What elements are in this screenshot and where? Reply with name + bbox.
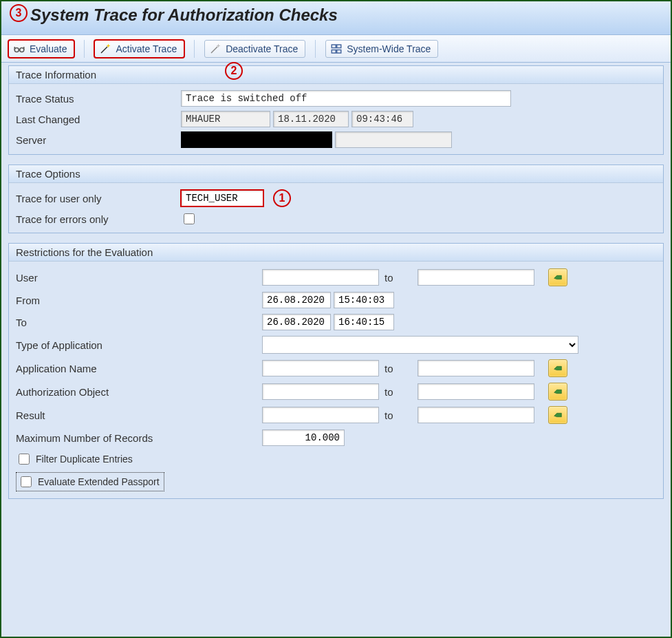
from-time-input[interactable] — [334, 292, 394, 308]
max-records-label: Maximum Number of Records — [16, 432, 257, 444]
annotation-3: 3 — [10, 4, 28, 22]
toolbar-separator — [315, 40, 316, 58]
application-name-to-input[interactable] — [418, 360, 534, 376]
from-date-input[interactable] — [262, 292, 331, 308]
trace-options-group: Trace Options Trace for user only 1 Trac… — [8, 164, 664, 233]
server-label: Server — [16, 134, 181, 146]
svg-rect-2 — [332, 45, 336, 48]
user-label: User — [16, 272, 257, 284]
trace-status-label: Trace Status — [16, 93, 181, 105]
toolbar: Evaluate Activate Trace Deactivate Trace… — [1, 35, 671, 63]
activate-trace-button[interactable]: Activate Trace — [94, 40, 184, 58]
to-range-label: To — [16, 317, 257, 328]
toolbar-separator — [194, 40, 195, 58]
last-changed-date: 18.11.2020 — [273, 111, 349, 127]
result-to-input[interactable] — [418, 407, 534, 423]
evaluate-passport-label: Evaluate Extended Passport — [38, 476, 160, 487]
result-multi-select-button[interactable] — [548, 406, 567, 424]
last-changed-label: Last Changed — [16, 114, 181, 125]
wand-deactivate-icon — [209, 43, 221, 55]
last-changed-time: 09:43:46 — [351, 111, 413, 127]
svg-point-0 — [14, 48, 19, 52]
wand-activate-icon — [99, 43, 111, 55]
app-window: 3 System Trace for Authorization Checks … — [0, 0, 672, 638]
last-changed-user: MHAUER — [181, 111, 270, 127]
result-label: Result — [16, 410, 257, 421]
application-name-multi-select-button[interactable] — [548, 359, 567, 377]
to-label: to — [384, 386, 412, 398]
trace-information-group: Trace Information Trace Status Trace is … — [8, 65, 664, 155]
svg-point-1 — [20, 48, 24, 52]
page-title: System Trace for Authorization Checks — [12, 6, 660, 25]
max-records-input[interactable] — [262, 429, 345, 446]
to-date-input[interactable] — [262, 314, 331, 330]
filter-duplicate-checkbox[interactable] — [19, 454, 30, 465]
system-wide-trace-label: System-Wide Trace — [347, 43, 431, 54]
deactivate-trace-button[interactable]: Deactivate Trace — [204, 40, 305, 58]
from-label: From — [16, 295, 257, 306]
authorization-object-multi-select-button[interactable] — [548, 383, 567, 401]
annotation-1: 1 — [273, 189, 291, 207]
application-name-label: Application Name — [16, 363, 257, 374]
trace-user-only-input[interactable] — [181, 190, 263, 206]
server-value-extra — [335, 131, 452, 148]
activate-trace-label: Activate Trace — [116, 43, 177, 54]
to-time-input[interactable] — [334, 314, 394, 330]
content-area: Trace Information Trace Status Trace is … — [1, 63, 671, 637]
evaluate-passport-focus: Evaluate Extended Passport — [16, 472, 164, 491]
user-to-input[interactable] — [418, 269, 534, 286]
restrictions-header: Restrictions for the Evaluation — [9, 244, 663, 262]
filter-duplicate-label: Filter Duplicate Entries — [36, 454, 133, 465]
deactivate-trace-label: Deactivate Trace — [226, 43, 298, 54]
servers-icon — [330, 43, 343, 55]
system-wide-trace-button[interactable]: System-Wide Trace — [325, 40, 438, 58]
to-label: to — [384, 272, 412, 284]
trace-user-only-label: Trace for user only — [16, 193, 181, 204]
authorization-object-label: Authorization Object — [16, 386, 257, 398]
title-bar: 3 System Trace for Authorization Checks — [1, 1, 671, 35]
to-label: to — [384, 410, 412, 421]
type-of-application-select[interactable] — [262, 336, 578, 354]
evaluate-passport-checkbox[interactable] — [21, 476, 32, 487]
evaluate-label: Evaluate — [30, 43, 67, 54]
user-multi-select-button[interactable] — [548, 268, 567, 286]
server-value-redacted — [181, 131, 332, 148]
authorization-object-to-input[interactable] — [418, 383, 534, 400]
type-of-application-label: Type of Application — [16, 339, 257, 351]
svg-rect-5 — [337, 50, 341, 54]
authorization-object-from-input[interactable] — [262, 383, 379, 400]
evaluate-button[interactable]: Evaluate — [8, 40, 74, 58]
result-from-input[interactable] — [262, 407, 379, 423]
trace-information-header: Trace Information — [9, 66, 663, 84]
svg-rect-3 — [337, 45, 341, 48]
trace-status-value: Trace is switched off — [181, 90, 511, 107]
to-label: to — [384, 363, 412, 374]
application-name-from-input[interactable] — [262, 360, 379, 376]
trace-errors-only-label: Trace for errors only — [16, 213, 181, 225]
restrictions-group: Restrictions for the Evaluation User to … — [8, 243, 664, 499]
annotation-2: 2 — [225, 62, 243, 80]
glasses-icon — [13, 43, 25, 55]
toolbar-separator — [84, 40, 85, 58]
trace-options-header: Trace Options — [9, 165, 663, 183]
user-from-input[interactable] — [262, 269, 379, 286]
trace-errors-only-checkbox[interactable] — [184, 213, 195, 224]
svg-rect-4 — [332, 50, 336, 54]
